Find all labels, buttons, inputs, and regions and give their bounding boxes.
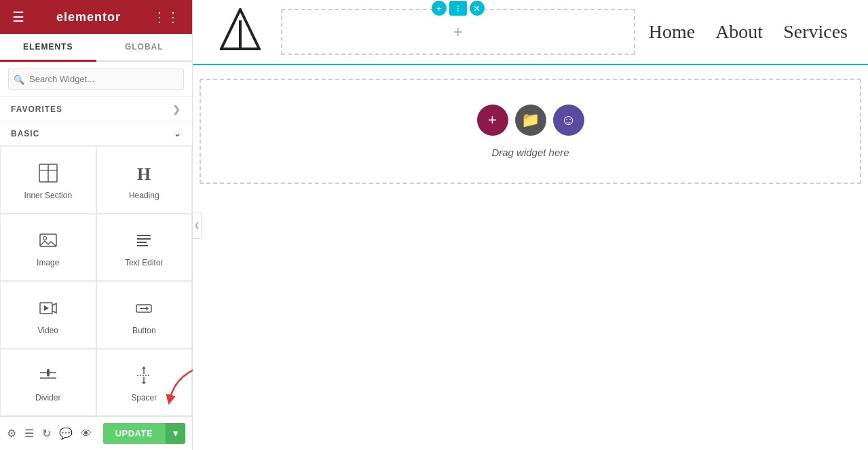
- add-element-button[interactable]: +: [477, 105, 508, 136]
- history-icon[interactable]: ↻: [42, 427, 51, 440]
- layers-icon[interactable]: ☰: [24, 427, 34, 440]
- inner-section-icon: [39, 164, 58, 185]
- update-btn-wrap: UPDATE ▼: [103, 423, 185, 444]
- ai-icon: ☺: [561, 111, 575, 129]
- widget-heading[interactable]: H Heading: [96, 146, 193, 214]
- tab-elements[interactable]: ELEMENTS: [0, 34, 96, 62]
- svg-text:H: H: [137, 164, 151, 183]
- basic-label: BASIC: [11, 129, 39, 138]
- widget-spacer[interactable]: Spacer: [96, 349, 193, 417]
- heading-icon: H: [134, 164, 153, 185]
- site-header-inner: + ⁝ ✕ + Home About Services: [213, 5, 848, 59]
- update-button[interactable]: UPDATE: [103, 423, 165, 444]
- brand-name: elementor: [56, 10, 121, 24]
- nav-item-services[interactable]: Services: [783, 21, 848, 43]
- search-icon: 🔍: [14, 74, 24, 84]
- column-add-button[interactable]: +: [432, 1, 447, 16]
- grid-icon[interactable]: ⋮⋮: [153, 9, 180, 25]
- column-toolbar: + ⁝ ✕: [432, 1, 485, 16]
- widget-image[interactable]: Image: [0, 214, 96, 282]
- svg-marker-18: [142, 367, 146, 369]
- site-header: + ⁝ ✕ + Home About Services: [193, 0, 868, 65]
- widget-inner-section[interactable]: Inner Section: [0, 146, 96, 214]
- sidebar-bottom: ⚙ ☰ ↻ 💬 👁 UPDATE ▼: [0, 416, 192, 450]
- tab-global[interactable]: GLOBAL: [96, 34, 193, 60]
- hamburger-icon[interactable]: ☰: [12, 9, 24, 25]
- widget-divider-label: Divider: [35, 393, 60, 402]
- column-move-button[interactable]: ⁝: [449, 1, 467, 16]
- column-placeholder[interactable]: + ⁝ ✕ +: [281, 9, 635, 55]
- widget-text-editor[interactable]: Text Editor: [96, 214, 193, 282]
- widget-button-label: Button: [132, 326, 156, 335]
- update-dropdown-button[interactable]: ▼: [165, 423, 185, 444]
- widget-divider[interactable]: Divider: [0, 349, 96, 417]
- svg-point-5: [43, 237, 46, 240]
- canvas: ❮ + ⁝: [193, 0, 868, 450]
- column-close-button[interactable]: ✕: [470, 1, 485, 16]
- spacer-icon: [134, 366, 153, 388]
- collapse-handle[interactable]: ❮: [193, 212, 202, 239]
- site-logo: [213, 5, 267, 59]
- widget-image-label: Image: [37, 258, 59, 267]
- add-ai-button[interactable]: ☺: [553, 105, 584, 136]
- divider-icon: [39, 366, 58, 388]
- sidebar-topbar: ☰ elementor ⋮⋮: [0, 0, 192, 34]
- favorites-chevron-icon: ❯: [172, 104, 181, 115]
- svg-marker-11: [44, 305, 49, 311]
- canvas-website: + ⁝ ✕ + Home About Services: [193, 0, 868, 450]
- add-template-button[interactable]: 📁: [515, 105, 546, 136]
- basic-section-header[interactable]: BASIC ⌄: [0, 122, 192, 146]
- add-icon: +: [488, 111, 497, 129]
- image-icon: [39, 231, 58, 252]
- svg-marker-20: [142, 382, 146, 384]
- widgets-grid: Inner Section H Heading Image: [0, 146, 192, 416]
- move-icon: ⁝: [457, 3, 459, 14]
- eye-icon[interactable]: 👁: [81, 428, 92, 440]
- favorites-label: FAVORITES: [11, 105, 62, 114]
- favorites-section-header[interactable]: FAVORITES ❯: [0, 97, 192, 122]
- sidebar-search: 🔍: [0, 62, 192, 97]
- plus-icon: +: [436, 3, 442, 14]
- widget-button[interactable]: Button: [96, 281, 193, 349]
- sidebar: ☰ elementor ⋮⋮ ELEMENTS GLOBAL 🔍 FAVORIT…: [0, 0, 193, 450]
- widget-spacer-label: Spacer: [131, 393, 157, 402]
- nav-item-home[interactable]: Home: [649, 21, 695, 43]
- nav-item-about[interactable]: About: [715, 21, 763, 43]
- comments-icon[interactable]: 💬: [59, 427, 73, 440]
- widget-heading-label: Heading: [129, 191, 159, 200]
- svg-marker-15: [47, 369, 50, 377]
- drop-zone-section: + 📁 ☺ Drag widget here: [200, 79, 861, 184]
- drop-zone-actions: + 📁 ☺: [477, 105, 584, 136]
- button-icon: [134, 299, 153, 320]
- settings-icon[interactable]: ⚙: [7, 427, 16, 440]
- site-nav: Home About Services: [649, 21, 848, 43]
- column-add-widget-icon[interactable]: +: [453, 22, 463, 41]
- bottom-icons: ⚙ ☰ ↻ 💬 👁: [7, 427, 92, 440]
- widget-video[interactable]: Video: [0, 281, 96, 349]
- folder-icon: 📁: [521, 111, 540, 129]
- video-icon: [39, 299, 58, 320]
- widget-video-label: Video: [38, 326, 58, 335]
- widget-inner-section-label: Inner Section: [24, 191, 72, 200]
- drag-widget-text: Drag widget here: [491, 147, 569, 158]
- widget-text-editor-label: Text Editor: [125, 258, 164, 267]
- basic-chevron-icon: ⌄: [174, 129, 181, 138]
- sidebar-tabs: ELEMENTS GLOBAL: [0, 34, 192, 62]
- search-input[interactable]: [8, 69, 184, 90]
- text-editor-icon: [134, 231, 153, 252]
- close-icon: ✕: [473, 3, 480, 14]
